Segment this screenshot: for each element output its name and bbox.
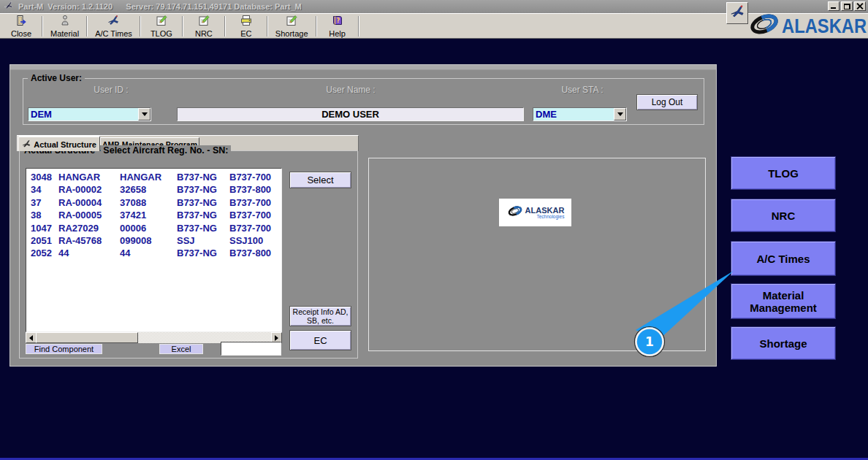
brand-name-small: ALASKAR [525,207,565,214]
toolbar-shortage-button[interactable]: Shortage [270,14,313,38]
toolbar-help-button[interactable]: ? Help [319,14,356,38]
active-user-group: Active User: User ID : DEM User Name : D… [23,78,704,125]
restore-icon [844,4,850,9]
list-item[interactable]: 37RA-0000437088B737-NGB737-700 [31,196,281,209]
toolbar-separator [182,16,183,37]
log-out-button[interactable]: Log Out [636,94,698,110]
list-item[interactable]: 3048HANGARHANGARB737-NGB737-700 [31,171,281,183]
toolbar-material-button[interactable]: Material [45,14,84,38]
toolbar-separator [224,16,226,37]
notepad-pencil-icon [286,15,297,29]
user-sta-value: DME [533,109,614,120]
notepad-pencil-icon [156,15,167,29]
component-search-input[interactable] [221,342,281,356]
tab-label: Actual Structure [34,140,96,149]
user-name-label: User Name : [270,85,431,95]
list-item[interactable]: 38RA-0000537421B737-NGB737-700 [31,209,281,221]
airplane-app-icon [3,0,14,13]
toolbar-separator [42,16,43,37]
list-item[interactable]: 20524444B737-NGB737-800 [31,247,281,259]
alaskar-logo-small: ALASKAR Technologies [499,199,571,226]
toolbar-tlog-label: TLOG [151,29,172,38]
user-id-label: User ID : [53,85,170,95]
airplane-icon [107,15,119,29]
receipt-info-button[interactable]: Receipt Info AD, SB, etc. [289,306,351,326]
aircraft-list[interactable]: 3048HANGARHANGARB737-NGB737-70034RA-0000… [26,168,282,332]
toolbar-nrc-label: NRC [195,29,213,38]
nav-nrc-button[interactable]: NRC [731,199,836,232]
chevron-down-icon[interactable] [138,108,151,120]
nav-shortage-button[interactable]: Shortage [731,326,836,360]
minimize-button[interactable] [828,1,840,11]
toolbar-separator [140,16,141,37]
exit-door-icon [15,15,27,29]
user-sta-combobox[interactable]: DME [533,107,627,121]
minimize-icon [831,7,836,9]
scrollbar-thumb[interactable] [36,332,138,343]
toolbar-ac-times-label: A/C Times [95,29,132,38]
side-nav: TLOG NRC A/C Times Material Management S… [731,156,836,360]
svg-text:?: ? [336,17,340,23]
toolbar-material-label: Material [50,29,79,38]
airplane-icon [730,4,745,22]
brand-name: ALASKAR [782,14,867,37]
user-sta-label: User STA : [535,85,630,95]
excel-button[interactable]: Excel [159,344,203,354]
nav-ac-times-button[interactable]: A/C Times [731,241,836,276]
user-id-value: DEM [28,109,138,120]
airplane-tool-button[interactable] [726,2,748,24]
toolbar-separator [86,16,88,37]
application-window: Part-M Version: 1.2.1120 Server: 79.174.… [0,0,868,460]
nav-material-management-button[interactable]: Material Management [731,283,836,319]
toolbar-close-button[interactable]: Close [3,14,39,38]
chevron-down-icon[interactable] [614,108,626,120]
toolbar-close-label: Close [11,29,31,38]
toolbar-tlog-button[interactable]: TLOG [143,14,180,38]
close-icon [856,3,864,9]
preview-panel: ALASKAR Technologies [368,158,706,351]
toolbar-ec-button[interactable]: EC [228,14,264,38]
nav-tlog-button[interactable]: TLOG [731,156,836,190]
scroll-left-button[interactable] [26,332,37,343]
toolbar-separator [316,16,317,37]
list-item[interactable]: 34RA-0000232658B737-NGB737-800 [31,183,281,196]
person-icon [59,15,71,29]
ec-button[interactable]: EC [289,330,351,350]
user-name-field: DEMO USER [177,107,524,121]
select-button[interactable]: Select [289,172,351,188]
printer-icon [240,15,252,29]
restore-button[interactable] [841,1,853,11]
actual-structure-group: Actual Structure - Select Aircraft Reg. … [19,150,358,359]
toolbar-shortage-label: Shortage [275,29,308,38]
toolbar-help-label: Help [329,29,346,38]
window-title: Part-M Version: 1.2.1120 Server: 79.174.… [18,2,302,11]
close-window-button[interactable] [854,1,866,11]
panel-top-strip [10,65,716,70]
airplane-icon [22,139,31,150]
user-id-combobox[interactable]: DEM [28,107,151,121]
toolbar-separator [267,16,268,37]
toolbar-ec-label: EC [240,29,251,38]
notepad-pencil-icon [198,15,210,29]
list-item[interactable]: 1047RA2702900006B737-NGB737-700 [31,222,281,234]
main-panel: Active User: User ID : DEM User Name : D… [9,64,717,367]
alaskar-logo: ALASKAR [747,12,867,39]
list-item[interactable]: 2051RA-45768099008SSJSSJ100 [31,234,281,247]
find-component-button[interactable]: Find Component [26,344,102,354]
alaskar-swoosh-icon [506,204,524,221]
toolbar-nrc-button[interactable]: NRC [186,14,222,38]
toolbar-ac-times-button[interactable]: A/C Times [90,14,137,38]
brand-subtitle: Technologies [525,214,565,219]
tab-actual-structure[interactable]: Actual Structure [18,136,100,151]
alaskar-swoosh-icon [747,11,782,40]
toolbar-separator [358,16,359,37]
active-user-legend: Active User: [28,73,85,83]
book-icon: ? [332,15,343,29]
